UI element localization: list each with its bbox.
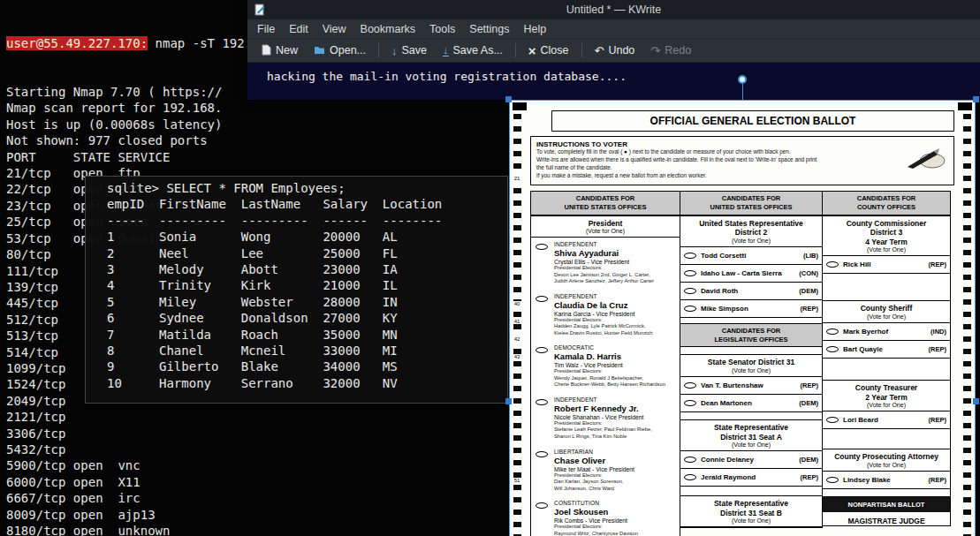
- party-label: DEMOCRATIC: [554, 344, 678, 351]
- column-header: CANDIDATES FOR UNITED STATES OFFICES: [680, 192, 822, 215]
- candidate-row: Bart Quayle (REP): [823, 341, 950, 359]
- office-box-commissioner: County Commissioner District 3 4 Year Te…: [823, 215, 950, 257]
- party-label: CONSTITUTION: [554, 500, 678, 506]
- toolbar-separator: [581, 43, 582, 57]
- candidate-name: Lori Beard: [843, 416, 927, 424]
- close-button-label: Close: [541, 44, 569, 57]
- ballot-oval: [684, 253, 696, 259]
- nonpartisan-ballot-header: NONPARTISAN BALLOT: [823, 496, 950, 512]
- save-as-button-label: Save As...: [453, 44, 503, 57]
- menu-tools[interactable]: Tools: [429, 23, 455, 35]
- save-button[interactable]: ↓ Save: [384, 42, 434, 59]
- office-title: State Representative District 31 Seat A: [682, 423, 820, 442]
- party-abbrev: (REP): [801, 305, 818, 313]
- candidate-name: Van T. Burtenshaw: [701, 381, 799, 389]
- menu-edit[interactable]: Edit: [289, 23, 308, 35]
- menu-help[interactable]: Help: [523, 23, 546, 35]
- sqlite-terminal-window[interactable]: sqlite> SELECT * FROM Employees; empID F…: [85, 176, 508, 404]
- candidate-name: Mike Simpson: [701, 305, 799, 313]
- candidate-row: Idaho Law - Carta Sierra (CON): [680, 265, 822, 283]
- office-title: President: [533, 219, 678, 229]
- selection-handle-middle-right[interactable]: [973, 398, 979, 404]
- redo-button-label: Redo: [665, 44, 691, 57]
- new-button-label: New: [276, 44, 298, 57]
- electors-line: Kielee Dravin Rustici, Hunter Field Munz…: [554, 330, 678, 337]
- column-header-legislative: CANDIDATES FOR LEGISLATIVE OFFICES: [680, 323, 822, 348]
- vp-name: Tim Walz - Vice President: [554, 362, 678, 368]
- menu-file[interactable]: File: [257, 23, 275, 35]
- ballot-oval: [536, 451, 548, 457]
- close-button[interactable]: × Close: [521, 42, 576, 59]
- vote-for-label: (Vote for One): [824, 313, 948, 320]
- kwrite-editor[interactable]: hacking the mail-in voting registration …: [247, 63, 980, 100]
- selection-handle-top-left[interactable]: [505, 96, 512, 102]
- candidate-entry: INDEPENDENT Claudia De la Cruz Karina Ga…: [531, 290, 680, 342]
- electors-label: Presidential Electors:: [554, 420, 678, 427]
- candidate-name: Kamala D. Harris: [554, 351, 678, 361]
- candidate-name: Dean Martonen: [701, 399, 797, 407]
- electors-label: Presidential Electors:: [554, 472, 678, 479]
- column-header: CANDIDATES FOR COUNTY OFFICES: [823, 192, 950, 215]
- vote-for-label: (Vote for One): [533, 228, 678, 234]
- menu-settings[interactable]: Settings: [469, 23, 509, 35]
- office-box-state-rep-a: State Representative District 31 Seat A …: [680, 419, 822, 451]
- undo-button[interactable]: ↶ Undo: [588, 42, 642, 59]
- margin-number: 40: [511, 301, 523, 306]
- ballot-column-county: CANDIDATES FOR COUNTY OFFICES County Com…: [822, 191, 951, 526]
- candidate-name: Connie Delaney: [701, 456, 797, 464]
- kwrite-menubar: File Edit View Bookmarks Tools Settings …: [247, 19, 980, 39]
- timing-marks-right: [963, 114, 971, 536]
- ballot-oval: [826, 477, 839, 483]
- candidate-row: Connie Delaney (DEM): [680, 451, 822, 469]
- margin-number: 43: [511, 354, 523, 359]
- party-abbrev: (DEM): [799, 456, 818, 464]
- ballot-oval: [536, 296, 548, 302]
- undo-button-label: Undo: [608, 44, 634, 57]
- sqlite-output: sqlite> SELECT * FROM Employees; empID F…: [107, 180, 507, 391]
- vp-name: Nicole Shanahan - Vice President: [554, 414, 678, 420]
- open-button[interactable]: Open...: [307, 42, 373, 59]
- toolbar-separator: [378, 43, 379, 57]
- electors-line: Hadden Zaugg, Lyle Patrick McCormick,: [554, 323, 678, 330]
- candidate-name: Jerald Raymond: [701, 473, 799, 481]
- menu-view[interactable]: View: [323, 23, 346, 35]
- ballot-oval: [684, 400, 696, 406]
- candidate-entry: INDEPENDENT Shiva Ayyadurai Crystal Elli…: [531, 238, 680, 290]
- hand-with-pen-icon: [906, 146, 946, 174]
- vp-name: Rik Combs - Vice President: [554, 517, 678, 524]
- candidate-name: Robert F Kennedy Jr.: [554, 404, 678, 413]
- ballot-image[interactable]: 21 40 41 42 43 51 OFFICIAL GENERAL ELECT…: [509, 100, 976, 536]
- ballot-oval: [536, 244, 548, 250]
- kwrite-titlebar[interactable]: Untitled * — KWrite: [247, 0, 980, 19]
- kwrite-window: Untitled * — KWrite File Edit View Bookm…: [247, 0, 980, 100]
- registration-mark: [513, 102, 527, 110]
- electors-line: Raymond Writz, Charityrose Davison: [554, 531, 678, 536]
- new-button[interactable]: New: [254, 42, 305, 60]
- electors-line: Cherie Buckner-Webb, Betty Hansen Richar…: [554, 381, 678, 389]
- candidate-row: David Roth (DEM): [680, 283, 822, 300]
- menu-bookmarks[interactable]: Bookmarks: [361, 23, 416, 35]
- instructions-box: INSTRUCTIONS TO VOTER To vote, completel…: [530, 136, 954, 185]
- save-button-label: Save: [402, 44, 428, 57]
- candidate-row: Dean Martonen (DEM): [680, 395, 822, 412]
- ballot-oval: [826, 346, 839, 352]
- instructions-heading: INSTRUCTIONS TO VOTER: [536, 140, 948, 148]
- party-abbrev: (DEM): [799, 399, 818, 407]
- ballot-oval: [684, 382, 696, 389]
- selection-handle-top-right[interactable]: [973, 96, 979, 102]
- candidate-row: Rick Hill (REP): [823, 256, 950, 274]
- redo-button[interactable]: ↷ Redo: [643, 42, 698, 59]
- toolbar-separator: [515, 43, 516, 57]
- candidate-row: Mark Byerhof (IND): [823, 323, 950, 341]
- office-box-state-senator: State Senator District 31 (Vote for One): [680, 354, 822, 377]
- save-as-icon: ↓: [443, 44, 449, 57]
- vote-for-label: (Vote for One): [824, 462, 948, 468]
- candidate-name: Shiva Ayyadurai: [554, 248, 678, 258]
- party-label: LIBERTARIAN: [554, 449, 678, 455]
- save-as-button[interactable]: ↓ Save As...: [436, 42, 510, 59]
- rotation-handle[interactable]: [738, 75, 747, 84]
- selection-handle-middle-left[interactable]: [505, 398, 512, 404]
- window-title: Untitled * — KWrite: [247, 4, 980, 16]
- kwrite-app-icon: [254, 4, 266, 16]
- party-abbrev: (REP): [929, 345, 946, 353]
